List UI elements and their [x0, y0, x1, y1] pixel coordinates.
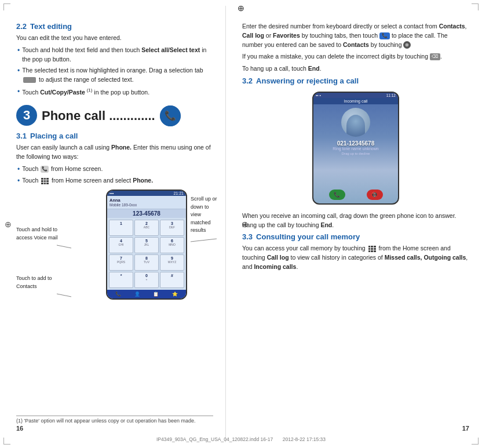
phone-number-display: 123-45678	[107, 209, 186, 218]
ic-sub-text: Ring tone name unknown	[313, 147, 398, 151]
phone-contact-name: Anna	[109, 198, 184, 203]
section-3-2-num: 3.2	[242, 77, 253, 85]
bullet-3: • Touch Cut/Copy/Paste (1) in the pop up…	[16, 87, 213, 97]
ic-bottom-buttons: 📞 📵	[313, 190, 398, 200]
ic-number: 021-12345678	[313, 140, 398, 147]
bullet-1-text: Touch and hold the text field and then t…	[22, 46, 213, 64]
section-3-3-heading: 3.3 Consulting your call memory	[242, 232, 469, 241]
phone-contact-number: Mobile 189-0xxx	[109, 203, 184, 207]
section-3-2-title: Answering or rejecting a call	[256, 77, 359, 85]
section-3-3-body: You can access your call memory by touch…	[242, 244, 469, 271]
phone-screen-inner: ▪▪▪ 21:21 Anna Mobile 189-0xxx 123-45678…	[107, 191, 186, 298]
section-2-2-intro: You can edit the text you have entered.	[16, 34, 213, 43]
bullet-phone-2-text: Touch from Home screen and select Phone.	[22, 176, 153, 185]
key-star[interactable]: *	[109, 272, 133, 288]
right-intro-2: If you make a mistake, you can delete th…	[242, 52, 469, 61]
key-0[interactable]: 0+	[134, 272, 159, 288]
key-6[interactable]: 6MNO	[160, 237, 184, 253]
calllog-icon[interactable]: 📋	[153, 292, 159, 297]
svg-line-2	[57, 245, 71, 248]
voice-mail-annotation: Touch and hold toaccess Voice mail	[16, 225, 77, 254]
key-2[interactable]: 2ABC	[134, 220, 159, 236]
ic-silhouette	[346, 115, 365, 137]
footnote-text: (1) 'Paste' option will not appear unles…	[16, 418, 196, 424]
add-contacts-annotation: Touch to add toContacts	[16, 274, 77, 300]
chapter-3-header: 3 Phone call ............. 📞	[16, 104, 213, 128]
scroll-annotation: Scroll up ordown to viewmatched results	[191, 195, 220, 235]
bullet-2-text: The selected text is now highlighted in …	[22, 66, 213, 85]
contacts-icon[interactable]: 👤	[134, 292, 140, 297]
chapter-3-title-text: Phone call .............	[42, 108, 155, 123]
section-3-2-heading: 3.2 Answering or rejecting a call	[242, 77, 469, 85]
chapter-3-title: Phone call ............. 📞	[42, 105, 181, 126]
key-hash[interactable]: #	[160, 272, 184, 288]
file-date: 2012-8-22 17:15:33	[283, 436, 326, 442]
svg-text:📞: 📞	[165, 110, 176, 121]
section-3-3-title: Consulting your call memory	[256, 232, 360, 241]
bullet-dot-p1: •	[17, 165, 20, 174]
right-page: Enter the desired number from keyboard d…	[226, 6, 482, 442]
section-3-1-heading: 3.1 Placing a call	[16, 132, 213, 140]
bullet-dot-2: •	[17, 66, 20, 76]
save-contacts-icon: ⊕	[403, 41, 411, 49]
backspace-icon: ⌫	[430, 53, 440, 60]
ic-time: 11:12	[386, 93, 396, 97]
add-contacts-label: Touch to add toContacts	[16, 275, 52, 289]
section-3-1-num: 3.1	[16, 132, 27, 140]
footnote: (1) 'Paste' option will not appear unles…	[16, 416, 213, 424]
key-1[interactable]: 1	[109, 220, 133, 236]
page-number-left: 16	[16, 425, 23, 432]
chapter-3-num: 3	[16, 105, 37, 126]
key-8[interactable]: 8TUV	[134, 254, 159, 271]
bullet-dot-1: •	[17, 46, 20, 56]
bullet-phone-1-text: Touch 📞 from Home screen.	[22, 165, 103, 174]
key-7[interactable]: 7PQRS	[109, 254, 133, 271]
bullet-dot-p2: •	[17, 176, 20, 186]
answer-button[interactable]: 📞	[329, 190, 345, 200]
phone-screen: ▪▪▪ 21:21 Anna Mobile 189-0xxx 123-45678…	[106, 190, 187, 300]
ic-title: Incoming call	[313, 98, 398, 104]
right-intro-3: To hang up a call, touch End.	[242, 64, 469, 74]
call-icon[interactable]: 📞	[115, 292, 121, 297]
key-9[interactable]: 9WXYZ	[160, 254, 184, 271]
phone-mockup: ▪▪▪ 21:21 Anna Mobile 189-0xxx 123-45678…	[77, 190, 187, 300]
right-intro-1: Enter the desired number from keyboard d…	[242, 22, 469, 49]
bullet-phone-1: • Touch 📞 from Home screen.	[16, 165, 213, 174]
phone-contact-matched: Anna Mobile 189-0xxx	[107, 196, 186, 209]
left-page: 2.2 Text editing You can edit the text y…	[0, 6, 226, 442]
grid-icon-3-3	[368, 246, 376, 252]
phone-icon: 📞	[160, 105, 181, 126]
section-3-2-body: When you receive an incoming call, drag …	[242, 212, 469, 230]
ic-status-bar: ▪▪ ▪ 11:12	[313, 93, 398, 98]
key-3[interactable]: 3DEF	[160, 220, 184, 236]
file-info: IP4349_903A_QG_Eng_USA_04_120822.indd 16…	[156, 436, 326, 442]
decline-button[interactable]: 📵	[367, 190, 383, 200]
scroll-arrow	[191, 236, 220, 247]
incoming-call-section: ▪▪ ▪ 11:12 Incoming call 021-12345678 Ri…	[242, 88, 469, 208]
voice-mail-arrow	[16, 242, 71, 254]
ic-signal: ▪▪ ▪	[316, 93, 321, 97]
bullet-dot-3: •	[17, 87, 20, 97]
voice-mail-label: Touch and hold toaccess Voice mail	[16, 227, 58, 241]
section-2-2-title: Text editing	[30, 22, 72, 31]
bullet-2: • The selected text is now highlighted i…	[16, 66, 213, 85]
bullet-phone-2: • Touch from Home screen and select Phon…	[16, 176, 213, 186]
ic-avatar	[341, 108, 370, 137]
key-4[interactable]: 4GHI	[109, 237, 133, 253]
ic-drag-text: Drag up to decline	[313, 152, 398, 155]
section-3-1-intro: User can easily launch a call using Phon…	[16, 143, 213, 162]
page-spread: ⊕ ⊕ ⊕ ⊕ 2.2 Text editing You can edit th…	[0, 0, 482, 448]
section-2-2-num: 2.2	[16, 22, 27, 31]
call-button-icon: 📞	[379, 32, 390, 39]
phone-small-icon: 📞	[41, 166, 49, 173]
favorites-icon[interactable]: ⭐	[172, 292, 178, 297]
phone-keypad: 1 2ABC 3DEF 4GHI 5JKL 6MNO 7PQRS 8TUV 9W…	[107, 218, 186, 290]
phone-signal: ▪▪▪	[109, 191, 114, 195]
key-5[interactable]: 5JKL	[134, 237, 159, 253]
add-contacts-arrow	[16, 291, 71, 300]
section-2-2-heading: 2.2 Text editing	[16, 22, 213, 31]
svg-line-3	[57, 294, 71, 297]
incoming-call-screen: ▪▪ ▪ 11:12 Incoming call 021-12345678 Ri…	[312, 92, 399, 205]
bullet-3-text: Touch Cut/Copy/Paste (1) in the pop up b…	[22, 87, 149, 97]
section-3-1-title: Placing a call	[30, 132, 78, 140]
